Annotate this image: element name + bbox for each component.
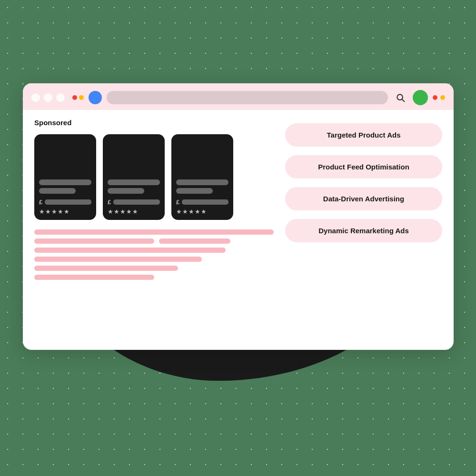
traffic-light-maximize[interactable]: [56, 93, 65, 102]
search-icon[interactable]: [393, 90, 408, 105]
dot-yellow-small: [79, 95, 84, 100]
card-title-bar-3: [176, 179, 228, 185]
pill-product-feed-optimisation[interactable]: Product Feed Optimisation: [285, 155, 442, 178]
card-title-bar-short-1: [39, 188, 76, 194]
product-cards-row: £ ★★★★★ £ ★★★★★: [34, 134, 274, 220]
traffic-light-close[interactable]: [31, 93, 40, 102]
svg-line-1: [402, 99, 404, 101]
pill-targeted-product-ads[interactable]: Targeted Product Ads: [285, 123, 442, 147]
card-price-bar-3: [182, 199, 228, 205]
content-line-1: [34, 229, 274, 235]
content-line-2: [34, 238, 154, 244]
content-lines: [34, 229, 274, 280]
product-card-1[interactable]: £ ★★★★★: [34, 134, 96, 220]
card-price-bar-1: [45, 199, 91, 205]
product-card-3[interactable]: £ ★★★★★: [171, 134, 233, 220]
content-line-7: [34, 275, 154, 280]
content-line-row-1: [34, 238, 274, 244]
address-bar[interactable]: [107, 91, 388, 104]
product-card-2[interactable]: £ ★★★★★: [103, 134, 165, 220]
card-pound-2: £: [108, 198, 111, 206]
traffic-light-minimize[interactable]: [44, 93, 52, 102]
dot-red-small: [72, 95, 77, 100]
card-stars-3: ★★★★★: [176, 208, 228, 215]
avatar-green: [413, 90, 428, 105]
browser-window: Sponsored £ ★★★★★ £: [23, 83, 454, 350]
svg-point-0: [397, 94, 403, 100]
pill-data-driven-advertising[interactable]: Data-Driven Advertising: [285, 187, 442, 210]
content-line-4: [34, 248, 226, 253]
right-panel: Targeted Product Ads Product Feed Optimi…: [285, 119, 442, 341]
card-price-row-2: £: [108, 198, 160, 206]
traffic-lights: [31, 93, 65, 102]
left-panel: Sponsored £ ★★★★★ £: [34, 119, 274, 341]
card-title-bar-short-3: [176, 188, 213, 194]
card-title-bar-1: [39, 179, 91, 185]
dot-yellow-right: [440, 95, 445, 100]
sponsored-label: Sponsored: [34, 119, 274, 127]
pill-dynamic-remarketing-ads[interactable]: Dynamic Remarketing Ads: [285, 219, 442, 242]
google-dots-right: [433, 95, 445, 100]
content-line-5: [34, 257, 202, 262]
content-line-3: [159, 238, 231, 244]
card-pound-1: £: [39, 198, 42, 206]
browser-topbar: [23, 83, 454, 110]
content-line-6: [34, 266, 178, 271]
card-pound-3: £: [176, 198, 179, 206]
card-stars-2: ★★★★★: [108, 208, 160, 215]
card-title-bar-2: [108, 179, 160, 185]
google-dots-left: [72, 95, 84, 100]
avatar-blue-circle: [89, 91, 102, 104]
card-stars-1: ★★★★★: [39, 208, 91, 215]
card-price-row-3: £: [176, 198, 228, 206]
dot-red-right: [433, 95, 437, 100]
card-title-bar-short-2: [108, 188, 144, 194]
browser-content: Sponsored £ ★★★★★ £: [23, 110, 454, 350]
card-price-row-1: £: [39, 198, 91, 206]
card-price-bar-2: [113, 199, 160, 205]
